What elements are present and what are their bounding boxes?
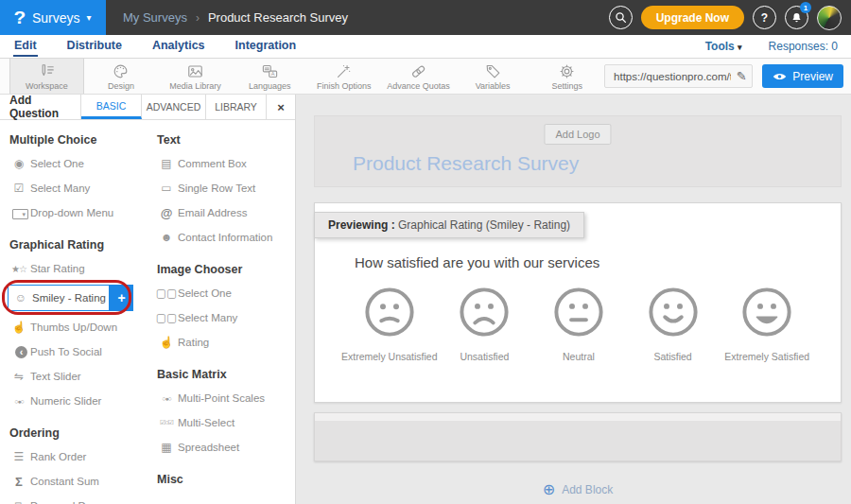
sidebar-item-constant-sum[interactable]: Σ Constant Sum xyxy=(8,469,148,494)
add-smiley-question-button[interactable]: + xyxy=(110,285,133,311)
thumbs-icon: ☝ xyxy=(8,321,30,334)
sidebar-item-email-address[interactable]: @ Email Address xyxy=(155,200,295,225)
app-name: Surveys xyxy=(32,10,80,26)
sidebar-item-star-rating[interactable]: ★☆ Star Rating xyxy=(8,256,148,281)
section-title: Misc xyxy=(157,473,295,486)
menubar-right: Tools ▾ Responses: 0 xyxy=(705,40,838,53)
close-sidebar-button[interactable]: × xyxy=(267,95,295,119)
toolbar-media-library[interactable]: Media Library xyxy=(158,59,233,94)
translate-icon: A xyxy=(260,62,280,80)
toolbar-languages[interactable]: A Languages xyxy=(233,59,307,94)
tools-dropdown[interactable]: Tools ▾ xyxy=(705,40,742,53)
sidebar-item-multi-select[interactable]: ☑○☑ Multi-Select xyxy=(155,410,295,435)
sidebar-item-thumbs-up-down[interactable]: ☝ Thumbs Up/Down xyxy=(8,315,148,339)
breadcrumb: My Surveys › Product Research Survey xyxy=(123,10,348,25)
sidebar-item-image-rating[interactable]: ☝ Rating xyxy=(155,330,295,355)
survey-toolbar: Workspace Design Media Library A Languag… xyxy=(0,59,851,95)
smiley-option-neutral[interactable]: Neutral xyxy=(531,286,626,362)
toolbar-workspace[interactable]: Workspace xyxy=(9,59,84,94)
responses-count[interactable]: Responses: 0 xyxy=(769,40,838,53)
menu-tabs: Edit Distribute Analytics Integration xyxy=(13,36,297,57)
multi-select-icon: ☑○☑ xyxy=(155,419,178,426)
survey-header-block[interactable]: Add Logo Product Research Survey xyxy=(314,115,842,187)
section-title: Graphical Rating xyxy=(9,238,148,252)
search-button[interactable] xyxy=(609,6,633,29)
toolbar-settings[interactable]: Settings xyxy=(530,59,604,94)
smiley-option-unsatisfied[interactable]: Unsatisfied xyxy=(438,286,532,362)
tab-analytics[interactable]: Analytics xyxy=(151,36,206,57)
question-preview-panel: Previewing : Graphical Rating (Smiley - … xyxy=(314,202,842,403)
menu-bar: Edit Distribute Analytics Integration To… xyxy=(0,35,851,59)
smiley-option-satisfied[interactable]: Satisfied xyxy=(626,286,721,362)
rank-order-icon: ☰ xyxy=(8,450,30,463)
smiley-rating-highlight: ☺ Smiley - Rating + xyxy=(8,283,148,313)
sidebar-item-select-one[interactable]: ◉ Select One xyxy=(8,151,148,176)
smiley-face-icon xyxy=(740,286,793,339)
at-sign-icon: @ xyxy=(155,206,178,220)
top-bar: ? Surveys ▾ My Surveys › Product Researc… xyxy=(0,0,851,35)
toolbar-design[interactable]: Design xyxy=(84,59,159,94)
toolbar-finish-options[interactable]: Finish Options xyxy=(307,59,382,94)
sidebar-item-drag-and-drop[interactable]: ⧉ Drag and Drop xyxy=(8,494,148,504)
image-icon xyxy=(185,62,205,80)
sidebar-tabs: Add Question BASIC ADVANCED LIBRARY × xyxy=(0,95,295,120)
smiley-option-extremely-unsatisfied[interactable]: Extremely Unsatisfied xyxy=(341,286,438,362)
user-avatar[interactable] xyxy=(817,6,842,30)
tab-basic[interactable]: BASIC xyxy=(81,95,142,119)
select-many-icon: ☑ xyxy=(8,182,30,195)
survey-url-input[interactable]: https://questionpro.com/t/A xyxy=(605,71,731,82)
tab-edit[interactable]: Edit xyxy=(13,36,38,57)
svg-text:A: A xyxy=(271,71,275,77)
magic-wand-icon xyxy=(334,62,354,80)
question-column-2: Text ▤ Comment Box ▭ Single Row Text @ E… xyxy=(148,120,295,504)
tab-distribute[interactable]: Distribute xyxy=(66,36,123,57)
add-block-button[interactable]: ⊕ Add Block xyxy=(314,482,842,497)
tab-library[interactable]: LIBRARY xyxy=(206,95,267,119)
edit-url-pencil-icon[interactable]: ✎ xyxy=(731,69,752,83)
toolbar-advance-quotas[interactable]: Advance Quotas xyxy=(381,59,456,94)
sidebar-item-numeric-slider[interactable]: ○●○ Numeric Slider xyxy=(8,389,148,413)
add-logo-button[interactable]: Add Logo xyxy=(544,124,611,145)
sidebar-item-contact-information[interactable]: ☻ Contact Information xyxy=(155,225,295,250)
slider-icon: ⇋ xyxy=(8,370,30,383)
sidebar-item-single-row-text[interactable]: ▭ Single Row Text xyxy=(155,176,295,200)
tab-integration[interactable]: Integration xyxy=(234,36,298,57)
section-graphical-rating: Graphical Rating ★☆ Star Rating ☺ Smiley… xyxy=(8,238,148,413)
empty-survey-block[interactable] xyxy=(314,412,842,461)
sidebar-item-text-slider[interactable]: ⇋ Text Slider xyxy=(8,364,148,389)
sidebar-item-comment-box[interactable]: ▤ Comment Box xyxy=(155,151,295,176)
sidebar-item-image-select-many[interactable]: ▢▢ Select Many xyxy=(155,305,295,330)
chain-link-icon xyxy=(408,62,428,80)
product-switcher[interactable]: ? Surveys ▾ xyxy=(0,0,106,35)
gear-icon xyxy=(557,62,577,80)
sidebar-item-smiley-rating[interactable]: ☺ Smiley - Rating xyxy=(8,285,110,311)
survey-title[interactable]: Product Research Survey xyxy=(353,152,579,175)
tab-advanced[interactable]: ADVANCED xyxy=(142,95,206,119)
sidebar-item-rank-order[interactable]: ☰ Rank Order xyxy=(8,444,148,469)
toolbar-variables[interactable]: Variables xyxy=(456,59,530,94)
section-title: Ordering xyxy=(9,426,148,440)
smiley-option-extremely-satisfied[interactable]: Extremely Satisfied xyxy=(720,286,814,362)
smiley-face-icon xyxy=(647,286,700,339)
smiley-face-icon xyxy=(363,286,416,339)
notifications-button[interactable]: 1 xyxy=(785,6,808,29)
section-image-chooser: Image Chooser ▢▢ Select One ▢▢ Select Ma… xyxy=(155,263,295,355)
sidebar-item-dropdown-menu[interactable]: ▾ Drop-down Menu xyxy=(8,200,148,225)
sidebar-item-multi-point-scales[interactable]: ○●○ Multi-Point Scales xyxy=(155,386,295,410)
smiley-icon: ☺ xyxy=(9,291,32,304)
breadcrumb-my-surveys[interactable]: My Surveys xyxy=(123,10,187,25)
section-title: Basic Matrix xyxy=(157,368,295,381)
image-choose-icon: ▢▢ xyxy=(155,311,178,324)
sidebar-item-spreadsheet[interactable]: ▦ Spreadsheet xyxy=(155,435,295,460)
section-title: Image Chooser xyxy=(157,263,295,276)
upgrade-now-button[interactable]: Upgrade Now xyxy=(641,6,744,29)
drag-drop-icon: ⧉ xyxy=(8,499,30,504)
sidebar-item-push-to-social[interactable]: ‹ Push To Social xyxy=(8,339,148,364)
person-icon: ☻ xyxy=(155,231,178,244)
preview-button[interactable]: Preview xyxy=(762,64,843,88)
section-ordering: Ordering ☰ Rank Order Σ Constant Sum ⧉ D… xyxy=(8,426,148,504)
help-button[interactable]: ? xyxy=(753,6,776,29)
bell-icon xyxy=(790,11,803,24)
sidebar-item-image-select-one[interactable]: ▢▢ Select One xyxy=(155,281,295,305)
sidebar-item-select-many[interactable]: ☑ Select Many xyxy=(8,176,148,200)
